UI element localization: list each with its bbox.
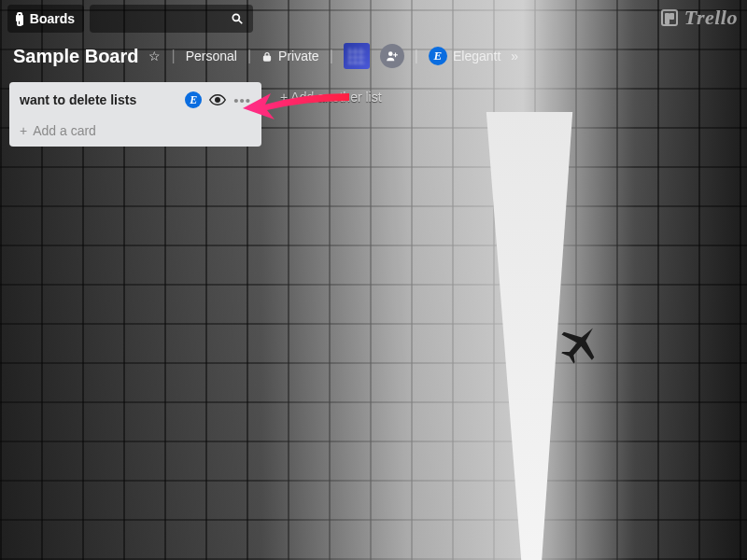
visibility-label: Private <box>278 49 319 63</box>
add-card-label: Add a card <box>33 123 96 138</box>
star-icon[interactable]: ☆ <box>148 49 161 63</box>
brand-name: Trello <box>684 6 738 30</box>
trello-icon <box>661 9 678 26</box>
list-header-extras: E ••• <box>185 91 251 108</box>
separator: | <box>330 48 333 64</box>
svg-line-1 <box>239 21 243 24</box>
add-list-button[interactable]: + Add another list <box>271 82 391 112</box>
plus-icon: + <box>280 90 290 105</box>
search-icon <box>231 12 244 25</box>
add-list-label: Add another list <box>290 90 381 105</box>
powerup-label: Elegantt <box>453 49 500 63</box>
svg-rect-5 <box>393 54 398 55</box>
svg-rect-2 <box>264 56 271 61</box>
member-avatar[interactable] <box>344 43 370 69</box>
board-canvas: want to delete lists E ••• + Add a card … <box>0 75 747 154</box>
list: want to delete lists E ••• + Add a card <box>9 82 261 147</box>
visibility-button[interactable]: Private <box>261 49 319 63</box>
separator: | <box>171 48 175 64</box>
list-menu-button[interactable]: ••• <box>233 92 251 108</box>
list-header: want to delete lists E ••• <box>16 89 255 116</box>
svg-point-6 <box>216 98 220 103</box>
separator: | <box>415 48 418 64</box>
boards-button[interactable]: Boards <box>7 5 84 33</box>
add-member-button[interactable] <box>380 44 404 68</box>
svg-point-0 <box>233 14 239 21</box>
powerup-button[interactable]: E Elegantt <box>429 47 500 65</box>
brand-logo[interactable]: Trello <box>661 6 738 30</box>
search-input[interactable] <box>90 5 253 33</box>
watch-icon[interactable] <box>209 93 226 106</box>
separator: | <box>247 48 251 64</box>
add-card-button[interactable]: + Add a card <box>16 116 255 140</box>
boards-button-label: Boards <box>30 11 75 26</box>
board-name[interactable]: Sample Board <box>13 46 138 67</box>
list-title[interactable]: want to delete lists <box>20 92 136 107</box>
more-menu-button[interactable]: » <box>511 49 515 63</box>
elegantt-icon: E <box>429 47 447 65</box>
team-name[interactable]: Personal <box>186 49 237 63</box>
board-header: Sample Board ☆ | Personal | Private | | … <box>0 37 747 75</box>
elegantt-icon[interactable]: E <box>185 91 202 108</box>
add-user-icon <box>386 49 399 63</box>
plus-icon: + <box>20 123 27 138</box>
top-bar: Boards Trello <box>0 0 747 37</box>
lock-icon <box>261 50 273 63</box>
svg-point-3 <box>388 51 393 56</box>
boards-icon <box>17 12 22 26</box>
